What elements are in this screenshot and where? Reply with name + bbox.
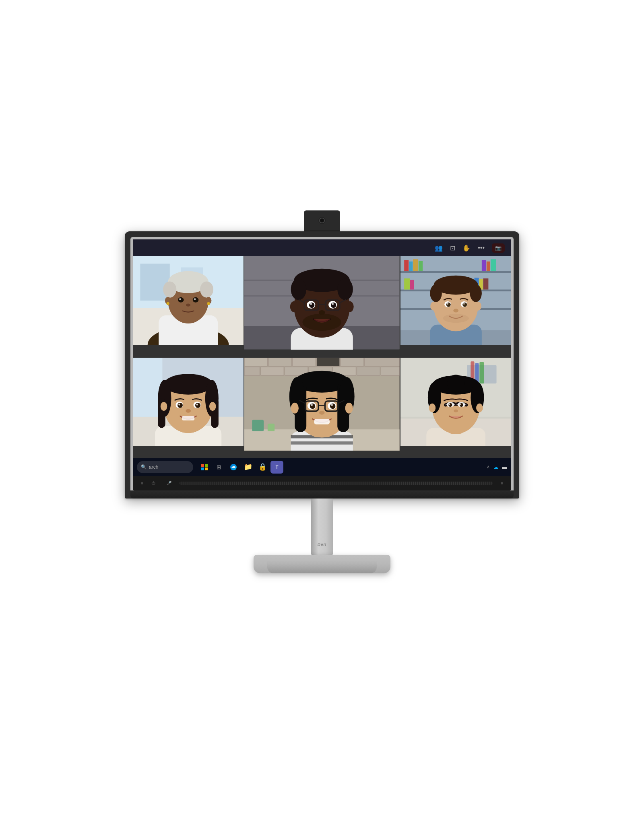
svg-rect-153 bbox=[400, 418, 511, 446]
svg-rect-155 bbox=[448, 416, 463, 434]
svg-point-36 bbox=[331, 303, 336, 308]
svg-rect-1 bbox=[133, 256, 244, 308]
svg-point-135 bbox=[331, 404, 333, 406]
participants-icon[interactable]: 👥 bbox=[435, 244, 443, 252]
mic-icon[interactable]: 🎤 bbox=[167, 481, 171, 485]
svg-point-46 bbox=[346, 301, 354, 312]
svg-rect-137 bbox=[325, 401, 339, 411]
svg-rect-107 bbox=[317, 358, 340, 366]
svg-rect-146 bbox=[400, 358, 511, 417]
svg-point-125 bbox=[295, 371, 349, 393]
speaker-bar: ⏻ 🎤 bbox=[133, 476, 511, 490]
more-options-icon[interactable]: ••• bbox=[478, 244, 485, 251]
svg-point-76 bbox=[453, 309, 458, 313]
svg-point-75 bbox=[463, 303, 465, 305]
svg-point-18 bbox=[206, 297, 212, 304]
svg-rect-6 bbox=[159, 315, 218, 345]
edge-browser-icon[interactable] bbox=[227, 461, 240, 474]
hand-raise-icon[interactable]: ✋ bbox=[462, 244, 471, 252]
svg-point-45 bbox=[290, 301, 298, 312]
svg-rect-54 bbox=[413, 260, 418, 271]
svg-rect-60 bbox=[410, 280, 414, 290]
file-explorer-icon[interactable]: 📁 bbox=[242, 461, 254, 474]
video-cell-2 bbox=[244, 256, 399, 357]
teams-icon[interactable]: T bbox=[270, 461, 283, 474]
svg-point-98 bbox=[186, 409, 191, 413]
svg-point-73 bbox=[462, 303, 467, 307]
svg-point-134 bbox=[311, 404, 313, 406]
svg-point-12 bbox=[178, 297, 184, 303]
svg-point-131 bbox=[328, 402, 336, 410]
svg-rect-61 bbox=[474, 278, 479, 289]
svg-rect-99 bbox=[182, 416, 194, 420]
svg-point-74 bbox=[447, 303, 448, 305]
task-view-icon[interactable]: ⊞ bbox=[213, 461, 225, 474]
svg-rect-145 bbox=[400, 358, 511, 446]
search-text: arch bbox=[149, 464, 158, 470]
svg-point-94 bbox=[178, 403, 183, 408]
svg-rect-83 bbox=[133, 358, 162, 417]
svg-point-79 bbox=[443, 314, 469, 323]
svg-point-124 bbox=[295, 379, 349, 437]
svg-point-95 bbox=[195, 403, 200, 408]
svg-rect-64 bbox=[430, 325, 481, 345]
svg-rect-151 bbox=[467, 395, 470, 410]
svg-point-17 bbox=[165, 297, 171, 304]
svg-rect-84 bbox=[155, 426, 221, 446]
windows-start-icon[interactable] bbox=[198, 461, 211, 474]
svg-point-165 bbox=[449, 404, 450, 405]
taskbar-search[interactable]: 🔍 arch bbox=[137, 461, 193, 473]
svg-rect-148 bbox=[471, 361, 474, 383]
svg-point-37 bbox=[310, 303, 312, 305]
svg-rect-149 bbox=[475, 363, 479, 383]
video-grid bbox=[133, 256, 511, 458]
cloud-icon[interactable]: ☁ bbox=[493, 464, 499, 470]
svg-point-100 bbox=[161, 402, 167, 411]
speaker-dot-left bbox=[141, 482, 143, 484]
svg-point-92 bbox=[175, 402, 183, 408]
svg-rect-26 bbox=[291, 328, 353, 350]
svg-point-88 bbox=[158, 380, 171, 417]
svg-rect-114 bbox=[333, 367, 356, 375]
svg-point-129 bbox=[339, 377, 355, 416]
svg-point-162 bbox=[458, 402, 465, 407]
svg-point-159 bbox=[471, 382, 484, 413]
svg-point-31 bbox=[338, 278, 353, 300]
svg-rect-49 bbox=[400, 271, 511, 273]
svg-rect-117 bbox=[244, 429, 399, 451]
svg-point-132 bbox=[310, 404, 315, 409]
screen: 👥 ⊡ ✋ ••• 📷 bbox=[133, 239, 511, 476]
svg-rect-90 bbox=[158, 398, 165, 428]
svg-rect-123 bbox=[312, 418, 332, 437]
svg-rect-120 bbox=[291, 431, 353, 451]
camera-icon[interactable]: 📷 bbox=[492, 243, 505, 253]
tray-chevron[interactable]: ∧ bbox=[487, 464, 490, 470]
svg-rect-121 bbox=[291, 435, 353, 439]
svg-point-152 bbox=[461, 391, 476, 398]
teams-topbar: 👥 ⊡ ✋ ••• 📷 bbox=[133, 239, 511, 256]
dell-logo: Dell bbox=[318, 542, 326, 547]
svg-line-43 bbox=[340, 300, 346, 303]
svg-rect-0 bbox=[133, 256, 244, 345]
svg-rect-110 bbox=[244, 367, 260, 375]
svg-point-167 bbox=[454, 409, 458, 412]
svg-point-168 bbox=[429, 404, 436, 412]
svg-rect-150 bbox=[479, 362, 484, 383]
svg-rect-113 bbox=[309, 367, 332, 375]
svg-point-158 bbox=[428, 382, 441, 413]
svg-rect-106 bbox=[293, 358, 316, 366]
svg-point-77 bbox=[430, 302, 437, 311]
svg-point-32 bbox=[303, 314, 341, 331]
monitor-stand-neck: Dell bbox=[311, 499, 333, 555]
video-cell-1 bbox=[133, 256, 244, 357]
svg-rect-47 bbox=[400, 256, 511, 345]
svg-rect-136 bbox=[305, 401, 319, 411]
svg-point-16 bbox=[186, 304, 190, 307]
svg-rect-56 bbox=[482, 260, 486, 271]
svg-rect-81 bbox=[133, 358, 244, 417]
layout-icon[interactable]: ⊡ bbox=[450, 244, 455, 252]
security-icon[interactable]: 🔒 bbox=[256, 461, 269, 474]
svg-point-66 bbox=[433, 281, 478, 332]
power-icon[interactable]: ⏻ bbox=[151, 481, 155, 485]
video-cell-5 bbox=[244, 358, 399, 458]
